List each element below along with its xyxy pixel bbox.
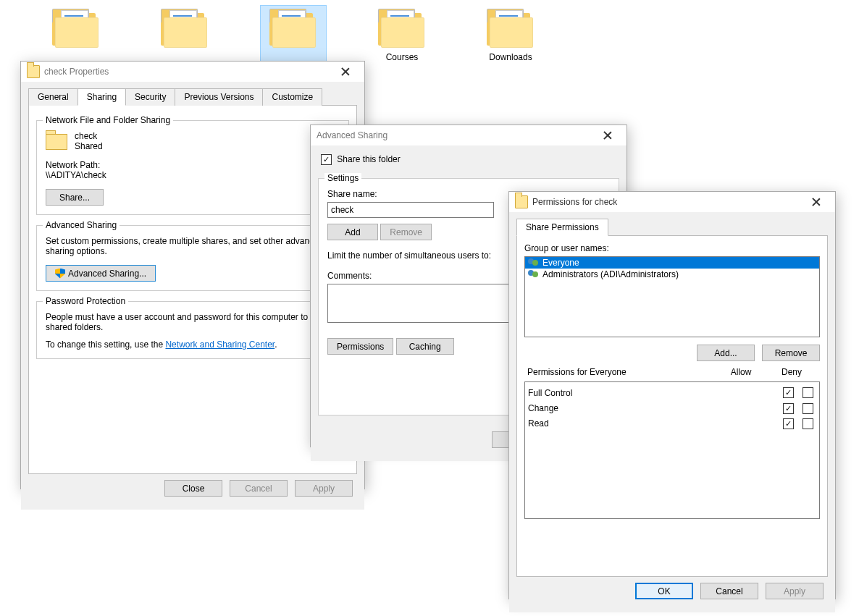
close-icon: [813, 198, 820, 206]
apply-button[interactable]: Apply: [295, 480, 353, 497]
folder-icon: [515, 195, 528, 208]
column-allow: Allow: [716, 367, 766, 377]
cancel-button[interactable]: Cancel: [230, 480, 288, 497]
user-name: Administrators (ADI\Administrators): [542, 269, 679, 279]
remove-user-button[interactable]: Remove: [762, 345, 820, 361]
permissions-button[interactable]: Permissions: [327, 338, 393, 355]
user-list-item[interactable]: Administrators (ADI\Administrators): [525, 269, 819, 280]
network-sharing-center-link[interactable]: Network and Sharing Center: [165, 339, 275, 350]
tab-strip: GeneralSharingSecurityPrevious VersionsC…: [28, 88, 357, 106]
user-list-item[interactable]: Everyone: [525, 257, 819, 269]
permission-name: Change: [525, 400, 780, 415]
folder-icon: [377, 6, 427, 49]
caching-button[interactable]: Caching: [396, 338, 454, 355]
tab-previous-versions[interactable]: Previous Versions: [175, 88, 263, 106]
column-deny: Deny: [766, 367, 817, 377]
folder-icon: [46, 131, 69, 150]
close-button[interactable]: [593, 125, 622, 145]
add-share-button[interactable]: Add: [327, 224, 378, 240]
deny-checkbox[interactable]: [803, 387, 813, 398]
advanced-sharing-button[interactable]: Advanced Sharing...: [46, 265, 156, 282]
close-button[interactable]: [802, 192, 831, 212]
advanced-sharing-button-label: Advanced Sharing...: [68, 269, 146, 279]
password-desc: People must have a user account and pass…: [46, 312, 340, 332]
permissions-dialog: Permissions for check Share Permissions …: [508, 191, 836, 599]
users-icon: [528, 270, 540, 279]
object-name: check: [75, 131, 103, 141]
tab-security[interactable]: Security: [125, 88, 175, 106]
deny-checkbox[interactable]: [803, 403, 813, 414]
permission-name: Read: [525, 416, 780, 431]
properties-titlebar[interactable]: check Properties: [21, 62, 364, 82]
remove-share-button[interactable]: Remove: [380, 224, 432, 240]
permission-row: Read: [525, 416, 819, 431]
folder-icon: [27, 65, 40, 78]
close-icon: [604, 132, 611, 139]
network-path-value: \\ADITYA\check: [46, 170, 340, 180]
group-advanced-sharing: Advanced Sharing: [43, 220, 120, 230]
desktop-folders: CoursesDownloads: [43, 6, 543, 62]
tab-sharing[interactable]: Sharing: [77, 88, 126, 106]
group-settings: Settings: [324, 173, 361, 183]
desktop-folder[interactable]: [43, 6, 109, 62]
folder-icon: [268, 6, 319, 49]
advanced-sharing-desc: Set custom permissions, create multiple …: [46, 236, 340, 256]
folder-label: Downloads: [478, 52, 543, 62]
permission-name: Full Control: [525, 385, 780, 400]
network-path-label: Network Path:: [46, 160, 340, 170]
share-this-folder-checkbox[interactable]: [321, 154, 332, 165]
share-this-folder-label: Share this folder: [337, 154, 400, 164]
tab-customize[interactable]: Customize: [262, 88, 322, 106]
advanced-sharing-titlebar[interactable]: Advanced Sharing: [311, 125, 627, 145]
allow-checkbox[interactable]: [783, 418, 794, 429]
window-title: Permissions for check: [532, 197, 617, 207]
share-button[interactable]: Share...: [46, 189, 104, 206]
tab-share-permissions[interactable]: Share Permissions: [516, 219, 608, 236]
user-name: Everyone: [542, 258, 579, 268]
folder-icon: [159, 6, 210, 49]
users-icon: [528, 258, 540, 267]
password-hint-prefix: To change this setting, use the: [46, 339, 165, 350]
permissions-grid: Full ControlChangeRead: [524, 381, 820, 519]
window-title: check Properties: [44, 67, 109, 77]
allow-checkbox[interactable]: [783, 403, 794, 414]
window-title: Advanced Sharing: [317, 130, 387, 140]
group-network-sharing: Network File and Folder Sharing: [43, 115, 173, 125]
deny-checkbox[interactable]: [803, 418, 813, 429]
ok-button[interactable]: OK: [635, 583, 693, 599]
password-change-hint: To change this setting, use the Network …: [46, 339, 340, 350]
share-name-input[interactable]: [327, 202, 494, 218]
desktop-folder[interactable]: [261, 6, 326, 62]
cancel-button[interactable]: Cancel: [700, 583, 758, 599]
permissions-titlebar[interactable]: Permissions for check: [509, 192, 835, 212]
allow-checkbox[interactable]: [783, 387, 794, 398]
apply-button[interactable]: Apply: [766, 583, 824, 599]
group-password-protection: Password Protection: [43, 296, 128, 306]
folder-icon: [485, 6, 536, 49]
desktop-folder[interactable]: Courses: [369, 6, 435, 62]
permission-row: Full Control: [525, 385, 819, 400]
close-button[interactable]: [331, 62, 360, 82]
shield-icon: [55, 269, 65, 279]
tab-general[interactable]: General: [28, 88, 78, 106]
folder-label: Courses: [369, 52, 435, 62]
add-user-button[interactable]: Add...: [697, 345, 755, 361]
permissions-for-label: Permissions for Everyone: [527, 367, 716, 377]
users-listbox[interactable]: EveryoneAdministrators (ADI\Administrato…: [524, 256, 820, 337]
desktop-folder[interactable]: [152, 6, 217, 62]
object-state: Shared: [75, 141, 103, 151]
group-user-names-label: Group or user names:: [524, 243, 820, 253]
permission-row: Change: [525, 400, 819, 415]
close-icon: [342, 68, 349, 75]
desktop-folder[interactable]: Downloads: [478, 6, 543, 62]
folder-icon: [51, 6, 101, 49]
close-button[interactable]: Close: [164, 480, 222, 497]
